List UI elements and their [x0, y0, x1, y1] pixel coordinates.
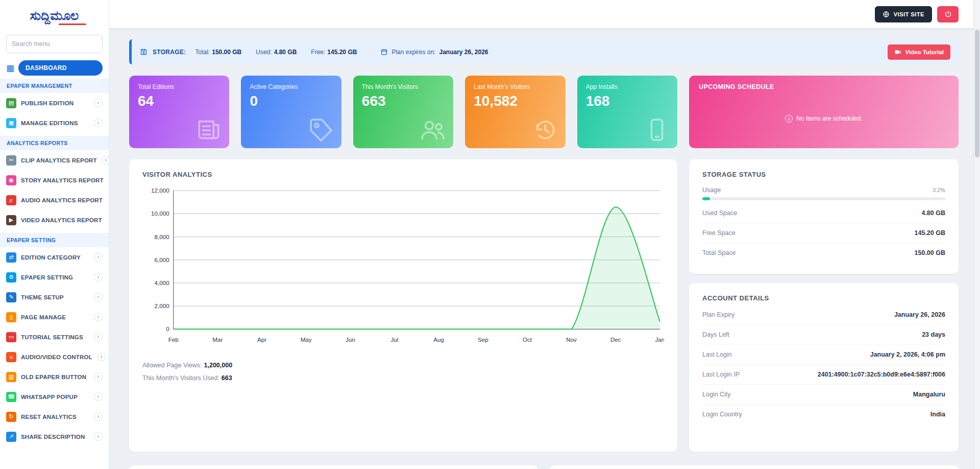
- visitors-used-row: This Month's Visitors Used:663: [142, 372, 664, 385]
- svg-text:4,000: 4,000: [155, 279, 170, 286]
- main-content: STORAGE: Total:150.00 GBUsed:4.80 GBFree…: [109, 28, 980, 469]
- sidebar-item-dashboard[interactable]: ▦ DASHBOARD: [6, 60, 103, 76]
- stat-card-label: This Month's Visitors: [362, 83, 445, 90]
- chevron-right-icon: ›: [94, 333, 103, 341]
- sidebar-item-audio-analytics-report[interactable]: ♬AUDIO ANALYTICS REPORT: [0, 190, 109, 210]
- video-tutorial-button[interactable]: Video Tutorial: [888, 44, 950, 60]
- svg-text:6,000: 6,000: [155, 256, 170, 263]
- page-scrollbar[interactable]: [973, 0, 980, 469]
- svg-text:Nov: Nov: [566, 336, 577, 343]
- topbar: VISIT SITE: [109, 0, 980, 28]
- av-control-icon: ≡: [6, 352, 16, 362]
- visit-site-button[interactable]: VISIT SITE: [875, 6, 932, 22]
- sidebar-item-label: WHATSAPP POPUP: [21, 394, 78, 400]
- clip-icon: ✂: [6, 155, 16, 166]
- detail-row: Last Login IP2401:4900:1c07:32c5:b0d9:e6…: [702, 365, 945, 385]
- detail-row: Login CityMangaluru: [702, 385, 945, 405]
- history-icon: [531, 115, 559, 144]
- detail-row: Days Left23 days: [702, 325, 945, 345]
- sidebar-item-old-epaper-button[interactable]: ▥OLD EPAPER BUTTON›: [0, 367, 109, 387]
- storage-status-rows: Used Space4.80 GBFree Space145.20 GBTota…: [702, 203, 945, 263]
- detail-label: Used Space: [702, 209, 737, 217]
- sidebar-item-tutorial-settings[interactable]: ▭TUTORIAL SETTINGS›: [0, 327, 109, 347]
- sidebar-item-clip-analytics-report[interactable]: ✂CLIP ANALYTICS REPORT›: [0, 150, 109, 170]
- sidebar-item-reset-analytics[interactable]: ↻RESET ANALYTICS›: [0, 407, 109, 427]
- chevron-right-icon: ›: [94, 273, 103, 282]
- plan-expiry-info: Plan expires on: January 26, 2026: [380, 48, 488, 56]
- sidebar-item-label: OLD EPAPER BUTTON: [21, 374, 86, 380]
- detail-row: Login CountryIndia: [702, 405, 945, 424]
- video-camera-icon: [894, 49, 901, 56]
- storage-usage-label: Usage: [702, 186, 721, 194]
- storage-stat: Free:145.20 GB: [311, 49, 357, 56]
- page-scrollbar-thumb[interactable]: [975, 30, 979, 157]
- detail-row: Total Space150.00 GB: [702, 243, 945, 263]
- sidebar-item-share-description[interactable]: ↗SHARE DESCRIPTION›: [0, 427, 109, 447]
- stat-card-value: 168: [586, 93, 669, 109]
- sidebar-section-title: ANALYTICS REPORTS: [0, 136, 109, 150]
- video-tutorial-label: Video Tutorial: [905, 49, 944, 55]
- stat-card-this-month-s-visitors[interactable]: This Month's Visitors663: [353, 76, 453, 148]
- story-icon: ◉: [6, 175, 16, 185]
- visitor-analytics-chart: 02,0004,0006,0008,00010,00012,000FebMarA…: [142, 186, 664, 347]
- plan-expiry-label: Plan expires on:: [391, 49, 435, 56]
- sidebar-item-label: PAGE MANAGE: [21, 314, 66, 320]
- sidebar-item-theme-setup[interactable]: ✎THEME SETUP›: [0, 287, 109, 307]
- partial-card-right: [550, 465, 959, 469]
- allowed-page-views-label: Allowed Page Views:: [142, 362, 202, 369]
- visitors-used-value: 663: [222, 374, 232, 382]
- logout-power-button[interactable]: [937, 6, 959, 22]
- storage-stat: Total:150.00 GB: [195, 49, 242, 56]
- partial-card-left: [129, 465, 538, 469]
- sidebar-item-label: RESET ANALYTICS: [21, 414, 77, 420]
- visitor-analytics-title: VISITOR ANALYTICS: [142, 171, 664, 178]
- plan-expiry-value: January 26, 2026: [439, 49, 488, 56]
- detail-value: India: [930, 411, 945, 418]
- sidebar-nav: EPAPER MANAGEMENT▤PUBLISH EDITION›▣MANAG…: [0, 79, 109, 452]
- detail-value: 4.80 GB: [921, 209, 945, 217]
- detail-label: Free Space: [702, 229, 736, 237]
- svg-text:Aug: Aug: [433, 336, 444, 343]
- globe-icon: [883, 11, 890, 18]
- search-input[interactable]: [6, 35, 103, 53]
- old-epaper-icon: ▥: [6, 372, 16, 382]
- chevron-right-icon: ›: [94, 432, 103, 441]
- sidebar-item-audio-video-control[interactable]: ≡AUDIO/VIDEO CONTROL›: [0, 347, 109, 367]
- app-root: ಸುದ್ದಿಮೂಲ ▦ DASHBOARD EPAPER MANAGEMENT▤…: [0, 0, 980, 469]
- sidebar-item-epaper-setting[interactable]: ⚙EPAPER SETTING›: [0, 267, 109, 287]
- gear-icon: ⚙: [6, 272, 16, 283]
- sidebar-item-whatsapp-popup[interactable]: ☎WHATSAPP POPUP›: [0, 387, 109, 407]
- stat-card-total-editions[interactable]: Total Editions64: [129, 76, 229, 148]
- svg-text:Apr: Apr: [257, 336, 266, 343]
- detail-row: Last LoginJanuary 2, 2026, 4:06 pm: [702, 345, 945, 365]
- stat-card-value: 0: [250, 93, 332, 109]
- logo[interactable]: ಸುದ್ದಿಮೂಲ: [0, 0, 109, 29]
- chevron-right-icon: ›: [94, 99, 103, 107]
- storage-stat: Used:4.80 GB: [256, 49, 297, 56]
- users-icon: [419, 115, 447, 144]
- detail-value: January 26, 2026: [894, 311, 945, 318]
- svg-text:0: 0: [166, 325, 169, 332]
- sidebar-item-publish-edition[interactable]: ▤PUBLISH EDITION›: [0, 93, 109, 113]
- stat-card-app-installs[interactable]: App Installs168: [577, 76, 677, 148]
- main-column: VISIT SITE STORAGE: Total:150.00 GBUsed:…: [109, 0, 980, 469]
- visitor-usage-summary: Allowed Page Views:1,200,000 This Month'…: [142, 359, 664, 385]
- sidebar-item-video-analytics-report[interactable]: ▶VIDEO ANALYTICS REPORT: [0, 210, 109, 230]
- detail-value: 23 days: [922, 331, 945, 338]
- account-details-rows: Plan ExpiryJanuary 26, 2026Days Left23 d…: [702, 305, 945, 424]
- storage-usage-percent: 3.2%: [933, 187, 945, 193]
- sidebar-item-manage-editions[interactable]: ▣MANAGE EDITIONS›: [0, 113, 109, 133]
- sidebar-item-story-analytics-report[interactable]: ◉STORY ANALYTICS REPORT: [0, 170, 109, 190]
- detail-value: 145.20 GB: [915, 229, 945, 237]
- detail-label: Last Login: [702, 351, 732, 358]
- stat-card-label: Active Categories: [250, 83, 332, 90]
- sidebar-item-page-manage[interactable]: ▯PAGE MANAGE›: [0, 307, 109, 327]
- logo-tagline: [59, 24, 86, 25]
- stat-card-last-month-s-visitors[interactable]: Last Month's Visitors10,582: [465, 76, 565, 148]
- right-column: STORAGE STATUS Usage 3.2% Used Space4.80…: [689, 159, 959, 452]
- stat-card-active-categories[interactable]: Active Categories0: [241, 76, 341, 148]
- newspaper-icon: [194, 115, 223, 144]
- detail-row: Plan ExpiryJanuary 26, 2026: [702, 305, 945, 325]
- storage-status-panel: STORAGE STATUS Usage 3.2% Used Space4.80…: [689, 159, 959, 274]
- sidebar-item-edition-category[interactable]: ⇄EDITION CATEGORY›: [0, 247, 109, 267]
